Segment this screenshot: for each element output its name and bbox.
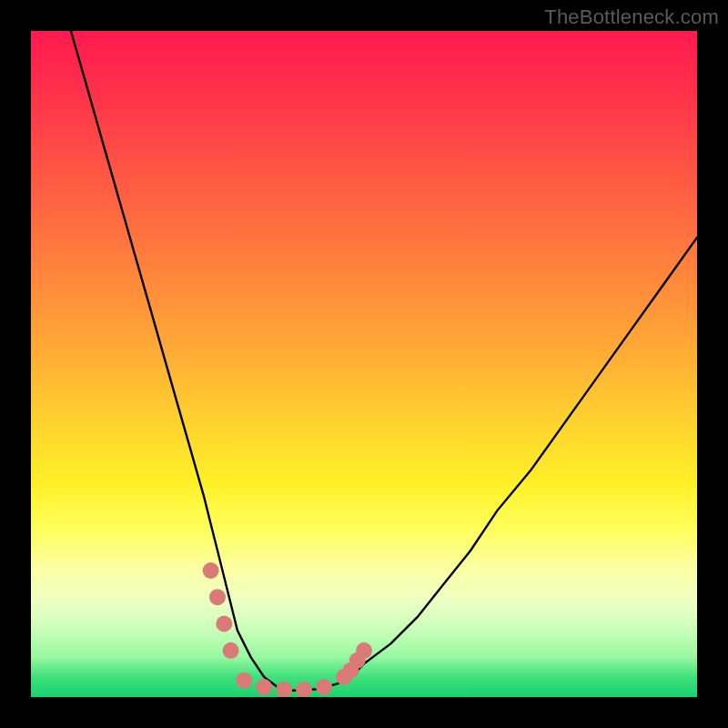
svg-point-7 (296, 682, 312, 697)
svg-point-6 (276, 682, 292, 697)
plot-area (31, 31, 697, 697)
chart-overlay (31, 31, 697, 697)
highlight-right (336, 642, 372, 685)
svg-point-5 (256, 679, 272, 695)
svg-point-1 (209, 589, 226, 605)
chart-frame: TheBottleneck.com (0, 0, 728, 728)
highlight-bottom (236, 672, 332, 697)
svg-point-12 (356, 642, 372, 659)
watermark-text: TheBottleneck.com (544, 5, 719, 29)
svg-point-0 (203, 562, 219, 579)
svg-point-3 (223, 642, 239, 659)
svg-point-2 (216, 616, 232, 632)
curve-path (71, 31, 697, 691)
svg-point-8 (316, 679, 332, 695)
svg-point-4 (236, 672, 252, 689)
